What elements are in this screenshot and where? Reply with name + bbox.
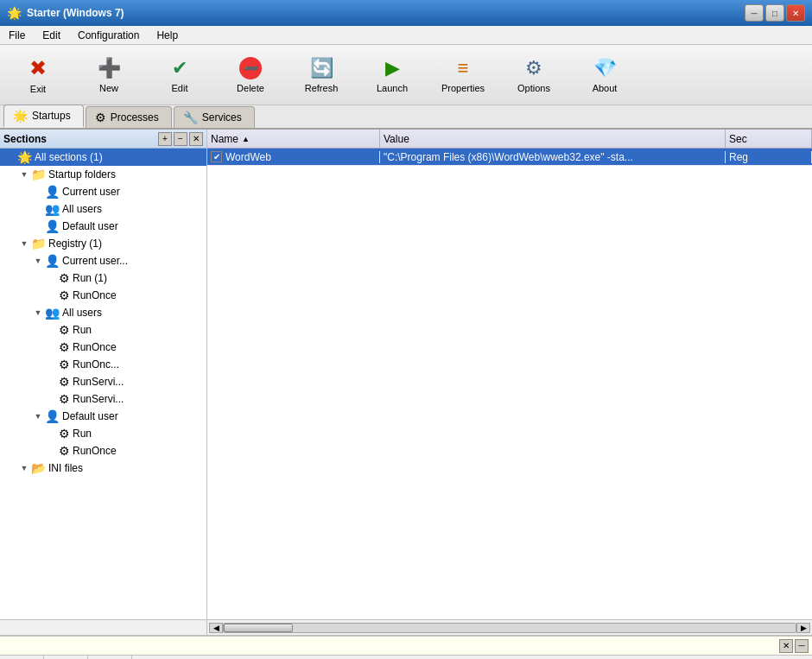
- edit-label: Edit: [172, 83, 188, 93]
- launch-icon: ▶: [385, 57, 400, 79]
- tree-item-all-users-startup[interactable]: 👥 All users: [0, 200, 206, 218]
- tabs-bar: 🌟 Startups ⚙ Processes 🔧 Services: [0, 105, 812, 130]
- options-button[interactable]: ⚙ Options: [499, 49, 568, 101]
- hscroll-left-arrow[interactable]: ◀: [209, 623, 223, 633]
- runonce2-au-label: RunOnc...: [73, 358, 119, 371]
- tree-toggle-du[interactable]: ▼: [31, 412, 45, 421]
- sections-add-button[interactable]: +: [158, 132, 172, 146]
- tab-services[interactable]: 🔧 Services: [174, 106, 255, 128]
- tree-item-runonce-cu[interactable]: ⚙ RunOnce: [0, 287, 206, 304]
- runservi2-au-label: RunServi...: [73, 393, 124, 405]
- runservi1-au-icon: ⚙: [59, 375, 70, 389]
- col-value-label: Value: [384, 133, 409, 145]
- tree-item-runservi1-au[interactable]: ⚙ RunServi...: [0, 373, 206, 390]
- runonce-au-label: RunOnce: [73, 341, 117, 353]
- options-icon: ⚙: [525, 57, 542, 79]
- startup-folders-label: Startup folders: [48, 168, 116, 181]
- menu-edit[interactable]: Edit: [34, 28, 69, 43]
- memo-minimize-btn[interactable]: ─: [795, 639, 809, 653]
- sections-remove-button[interactable]: −: [174, 132, 187, 146]
- tree-toggle-ini[interactable]: ▼: [17, 464, 31, 472]
- runonce-au-icon: ⚙: [59, 340, 70, 354]
- runonce-du-label: RunOnce: [73, 445, 117, 457]
- tab-processes[interactable]: ⚙ Processes: [86, 106, 172, 128]
- delete-label: Delete: [237, 83, 264, 93]
- refresh-button[interactable]: 🔄 Refresh: [287, 49, 356, 101]
- run-1-label: Run (1): [73, 272, 107, 284]
- hscroll-left-spacer: [0, 620, 207, 635]
- run-du-label: Run: [73, 428, 92, 440]
- about-label: About: [593, 83, 618, 93]
- exit-button[interactable]: ✖ Exit: [3, 49, 73, 101]
- tree-item-runservi2-au[interactable]: ⚙ RunServi...: [0, 390, 206, 408]
- tree-item-run-du[interactable]: ⚙ Run: [0, 425, 206, 442]
- tree-toggle-au[interactable]: ▼: [31, 308, 45, 317]
- list-header: Name ▲ Value Sec: [207, 130, 812, 149]
- list-body: ✔ WordWeb "C:\Program Files (x86)\WordWe…: [207, 149, 812, 619]
- maximize-button[interactable]: □: [765, 4, 784, 22]
- row-checkbox[interactable]: ✔: [211, 151, 222, 162]
- about-icon: 💎: [593, 57, 617, 79]
- exit-label: Exit: [30, 84, 46, 94]
- options-label: Options: [517, 83, 550, 93]
- tree-item-runonce-du[interactable]: ⚙ RunOnce: [0, 442, 206, 459]
- menu-configuration[interactable]: Configuration: [69, 28, 148, 43]
- tree-item-default-user-startup[interactable]: 👤 Default user: [0, 218, 206, 235]
- sections-header: Sections + − ✕: [0, 130, 206, 149]
- col-header-value[interactable]: Value: [380, 130, 726, 148]
- tab-startups[interactable]: 🌟 Startups: [3, 105, 84, 128]
- edit-button[interactable]: ✔ Edit: [145, 49, 214, 101]
- all-sections-icon: 🌟: [17, 150, 32, 164]
- list-cell-name: ✔ WordWeb: [207, 151, 380, 163]
- sections-panel: Sections + − ✕ 🌟 All sections (1) ▼ 📁 St…: [0, 130, 207, 619]
- tree-item-ini-files[interactable]: ▼ 📂 INI files: [0, 459, 206, 477]
- row-name: WordWeb: [225, 151, 271, 163]
- tree-item-runonce2-au[interactable]: ⚙ RunOnc...: [0, 356, 206, 373]
- status-cell-1: 6.40%: [0, 656, 44, 659]
- about-button[interactable]: 💎 About: [570, 49, 639, 101]
- close-button[interactable]: ✕: [786, 4, 805, 22]
- list-cell-section: Reg: [726, 151, 812, 163]
- default-user-reg-label: Default user: [62, 410, 118, 422]
- memo-close-btn[interactable]: ✕: [779, 639, 793, 653]
- tree-item-run-au[interactable]: ⚙ Run: [0, 321, 206, 339]
- list-panel: Name ▲ Value Sec ✔ WordWeb "C:\Program F…: [207, 130, 812, 619]
- tree-toggle-startup[interactable]: ▼: [17, 170, 31, 179]
- status-cell-4: 1,363,091,456: [132, 656, 213, 659]
- tree-item-run-1[interactable]: ⚙ Run (1): [0, 269, 206, 287]
- new-button[interactable]: ➕ New: [74, 49, 143, 101]
- col-header-name[interactable]: Name ▲: [207, 130, 380, 148]
- tree-item-all-sections[interactable]: 🌟 All sections (1): [0, 149, 206, 166]
- menu-file[interactable]: File: [0, 28, 34, 43]
- col-header-section[interactable]: Sec: [726, 130, 812, 148]
- delete-icon: ➖: [239, 57, 262, 79]
- sections-controls: + − ✕: [158, 132, 203, 146]
- tree-item-current-user-startup[interactable]: 👤 Current user: [0, 183, 206, 200]
- tree-item-startup-folders[interactable]: ▼ 📁 Startup folders: [0, 166, 206, 183]
- new-icon: ➕: [98, 57, 121, 79]
- properties-button[interactable]: ≡ Properties: [428, 49, 498, 101]
- tree-container[interactable]: 🌟 All sections (1) ▼ 📁 Startup folders 👤…: [0, 149, 206, 619]
- tree-item-registry[interactable]: ▼ 📁 Registry (1): [0, 235, 206, 252]
- list-row[interactable]: ✔ WordWeb "C:\Program Files (x86)\WordWe…: [207, 149, 812, 166]
- menu-help[interactable]: Help: [148, 28, 187, 43]
- tree-item-runonce-au[interactable]: ⚙ RunOnce: [0, 339, 206, 356]
- hscroll-right-arrow[interactable]: ▶: [796, 623, 810, 633]
- hscroll-thumb[interactable]: [224, 624, 293, 632]
- tree-item-default-user-reg[interactable]: ▼ 👤 Default user: [0, 408, 206, 425]
- hscroll-track[interactable]: [223, 623, 796, 633]
- sections-title: Sections: [3, 133, 47, 145]
- launch-button[interactable]: ▶ Launch: [358, 49, 427, 101]
- all-users-reg-label: All users: [62, 307, 102, 319]
- tree-toggle-registry[interactable]: ▼: [17, 239, 31, 248]
- processes-tab-icon: ⚙: [95, 111, 106, 124]
- minimize-button[interactable]: ─: [745, 4, 764, 22]
- title-bar-left: 🌟 Starter (Windows 7): [7, 6, 124, 20]
- run-icon: ⚙: [59, 271, 70, 285]
- tree-toggle-cu[interactable]: ▼: [31, 257, 45, 265]
- memo-bar: ✕ ─: [0, 637, 812, 656]
- delete-button[interactable]: ➖ Delete: [216, 49, 285, 101]
- sections-close-button[interactable]: ✕: [189, 132, 203, 146]
- tree-item-all-users-reg[interactable]: ▼ 👥 All users: [0, 304, 206, 321]
- tree-item-current-user-reg[interactable]: ▼ 👤 Current user...: [0, 252, 206, 269]
